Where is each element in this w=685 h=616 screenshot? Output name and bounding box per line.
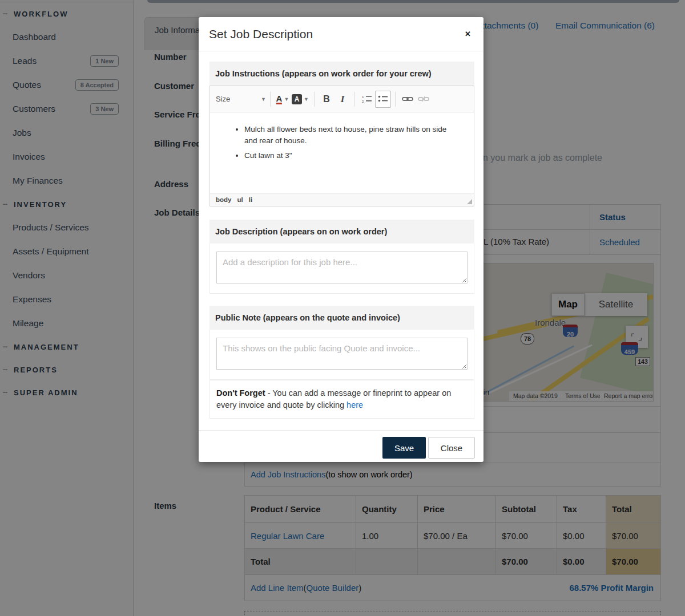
- public-note-section-header: Public Note (appears on the quote and in…: [209, 306, 474, 330]
- job-description-textarea[interactable]: [216, 252, 468, 283]
- modal-body: Job Instructions (appears on work order …: [199, 51, 483, 419]
- editor-toolbar: Size ▼ A▼ A▼ B I 12: [209, 86, 474, 112]
- svg-text:1: 1: [362, 95, 364, 99]
- dont-forget-bold: Don't Forget: [216, 388, 265, 398]
- modal-title: Set Job Description: [209, 27, 462, 41]
- background-color-button[interactable]: A▼: [291, 91, 310, 108]
- set-job-description-modal: Set Job Description ✕ Job Instructions (…: [199, 17, 483, 462]
- toolbar-separator: [395, 92, 396, 107]
- editor-resize-handle[interactable]: [467, 199, 472, 204]
- bold-icon: B: [323, 94, 330, 104]
- editor-element-path: body ul li: [209, 193, 474, 206]
- save-button[interactable]: Save: [382, 437, 426, 459]
- link-icon: [402, 95, 413, 103]
- chevron-down-icon: ▼: [284, 96, 289, 102]
- font-size-label: Size: [216, 95, 259, 103]
- here-link[interactable]: here: [346, 400, 363, 410]
- public-note-textarea[interactable]: [216, 338, 468, 370]
- modal-header: Set Job Description ✕: [199, 17, 483, 51]
- chevron-down-icon: ▼: [261, 96, 266, 102]
- path-body[interactable]: body: [216, 196, 231, 203]
- path-li[interactable]: li: [249, 196, 252, 203]
- remove-link-button[interactable]: [416, 91, 432, 108]
- dont-forget-note: Don't Forget - You can add a message or …: [209, 380, 474, 419]
- job-description-section-header: Job Description (appears on on work orde…: [209, 220, 474, 244]
- bullet-list-icon: [378, 95, 388, 103]
- job-instructions-editor[interactable]: Mulch all flower beds next to house, pin…: [209, 112, 474, 193]
- svg-text:2: 2: [362, 100, 364, 103]
- font-size-dropdown[interactable]: Size ▼: [216, 95, 266, 103]
- instruction-item: Mulch all flower beds next to house, pin…: [244, 124, 450, 147]
- toolbar-separator: [270, 92, 271, 107]
- numbered-list-icon: 12: [362, 95, 372, 103]
- insert-link-button[interactable]: [400, 91, 416, 108]
- modal-footer: Save Close: [199, 430, 483, 465]
- italic-icon: I: [341, 94, 345, 105]
- bullet-list-button[interactable]: [375, 91, 391, 108]
- unlink-icon: [418, 95, 429, 103]
- instructions-list: Mulch all flower beds next to house, pin…: [244, 124, 474, 161]
- close-icon[interactable]: ✕: [462, 27, 473, 40]
- close-button[interactable]: Close: [428, 437, 475, 459]
- numbered-list-button[interactable]: 12: [359, 91, 375, 108]
- italic-button[interactable]: I: [335, 91, 350, 108]
- bold-button[interactable]: B: [319, 91, 335, 108]
- background-color-icon: A: [292, 94, 302, 104]
- path-ul[interactable]: ul: [237, 196, 243, 203]
- chevron-down-icon: ▼: [304, 96, 309, 102]
- instruction-item: Cut lawn at 3": [244, 150, 450, 161]
- text-color-icon: A: [276, 94, 283, 104]
- job-instructions-section-header: Job Instructions (appears on work order …: [209, 62, 474, 86]
- job-description-panel: [209, 244, 474, 294]
- public-note-panel: [209, 330, 474, 380]
- text-color-button[interactable]: A▼: [275, 91, 291, 108]
- toolbar-separator: [354, 92, 355, 107]
- app-screen: -- WORKFLOW Dashboard Leads1 New Quotes8…: [0, 0, 685, 616]
- toolbar-separator: [314, 92, 315, 107]
